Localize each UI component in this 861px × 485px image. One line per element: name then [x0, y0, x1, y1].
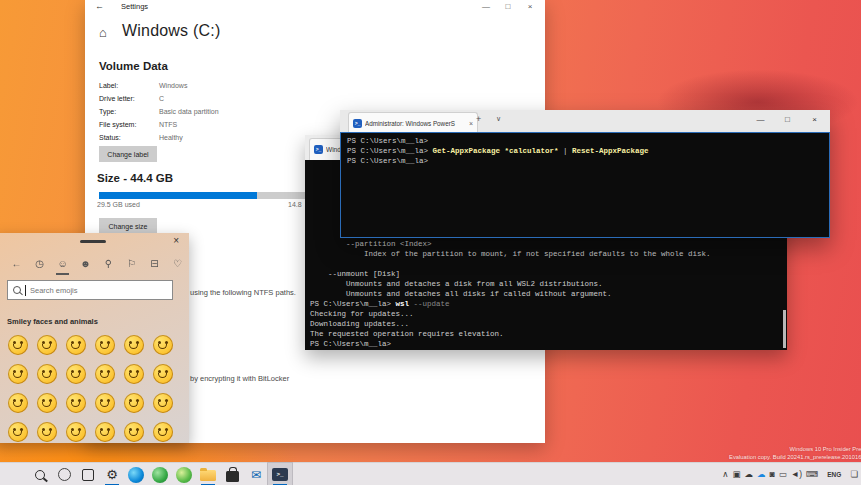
edge-taskbar-icon[interactable]: [124, 463, 148, 485]
settings-taskbar-icon[interactable]: ⚙: [100, 463, 124, 485]
emoji-face-icon: [8, 422, 28, 442]
new-tab-icon[interactable]: +: [476, 114, 481, 124]
maximize-icon[interactable]: □: [497, 0, 519, 14]
rofl-emoji[interactable]: [90, 330, 119, 359]
kissing-closed-eyes-emoji[interactable]: [148, 388, 177, 417]
raised-eyebrow-emoji[interactable]: [148, 417, 177, 443]
transport-tab-icon[interactable]: ⊟: [144, 255, 165, 272]
volume-row-value: NTFS: [159, 121, 177, 134]
security-icon[interactable]: ◙: [770, 463, 775, 485]
tears-of-joy-emoji[interactable]: [61, 330, 90, 359]
settings-titlebar[interactable]: ← Settings — □ ×: [85, 0, 545, 16]
taskbar-app-icon: ⚙: [106, 467, 118, 482]
kissing-smiling-eyes-emoji[interactable]: [119, 388, 148, 417]
recent-tab-icon[interactable]: ◷: [29, 255, 50, 272]
used-space-label: 29.5 GB used: [97, 201, 140, 208]
slightly-smiling-emoji[interactable]: [32, 417, 61, 443]
meet-now-icon[interactable]: ▣: [733, 463, 741, 485]
heart-eyes-emoji[interactable]: [3, 388, 32, 417]
kissing-face-emoji[interactable]: [90, 388, 119, 417]
foreground-terminal-tab[interactable]: >_ Administrator: Windows PowerS ×: [348, 112, 478, 133]
minimize-icon[interactable]: —: [747, 110, 774, 130]
people-tab-icon[interactable]: ⚲: [98, 255, 119, 272]
mail-taskbar-icon[interactable]: ✉: [244, 463, 268, 485]
smileys-tab-icon[interactable]: ☺: [52, 255, 73, 272]
sunglasses-emoji[interactable]: [148, 359, 177, 388]
language-indicator[interactable]: ENG: [827, 463, 841, 485]
blowing-kiss-emoji[interactable]: [32, 388, 61, 417]
taskbar-app-icon: [200, 470, 216, 481]
hugging-face-emoji[interactable]: [61, 417, 90, 443]
edge-beta-taskbar-icon[interactable]: [148, 463, 172, 485]
emoji-grid: [3, 330, 177, 443]
watermark-line2: Evaluation copy. Build 20241.rs_prerelea…: [729, 453, 861, 461]
tab-close-icon[interactable]: ×: [469, 120, 473, 127]
change-size-button[interactable]: Change size: [99, 218, 157, 234]
close-icon[interactable]: ×: [801, 110, 828, 130]
store-taskbar-icon[interactable]: [220, 463, 244, 485]
ntfs-paths-text-fragment: using the following NTFS paths.: [190, 288, 296, 297]
foreground-terminal-titlebar[interactable]: >_ Administrator: Windows PowerS × + ∨ —…: [340, 110, 830, 133]
symbols-tab-icon[interactable]: ♡: [167, 255, 188, 272]
smiling-face-emoji[interactable]: [3, 417, 32, 443]
grinning-big-eyes-emoji[interactable]: [119, 330, 148, 359]
terminal-line: Unmounts and detaches all disks if calle…: [310, 289, 787, 299]
emoji-face-icon: [66, 422, 86, 442]
edge-dev-taskbar-icon[interactable]: [172, 463, 196, 485]
beaming-face-emoji[interactable]: [32, 330, 61, 359]
touch-keyboard-icon[interactable]: ⌨: [806, 463, 818, 485]
close-icon[interactable]: ×: [173, 235, 179, 246]
emoji-back-tab[interactable]: ←: [6, 255, 27, 272]
emoji-search-input[interactable]: Search emojis: [7, 280, 173, 300]
close-icon[interactable]: ×: [519, 0, 541, 14]
grinning-squinting-emoji[interactable]: [32, 359, 61, 388]
smiling-eyes-emoji[interactable]: [90, 359, 119, 388]
terminal-taskbar-icon[interactable]: >_: [268, 463, 292, 485]
thinking-face-emoji[interactable]: [119, 417, 148, 443]
volume-data-row: Drive letter: C: [99, 95, 219, 108]
onedrive-blue-icon[interactable]: ☁: [757, 463, 766, 485]
volume-icon[interactable]: ◄): [791, 463, 802, 485]
onedrive-icon[interactable]: ☁: [745, 463, 754, 485]
foreground-terminal-content[interactable]: PS C:\Users\m__la>PS C:\Users\m__la> Get…: [340, 132, 830, 238]
kaomoji-tab-icon[interactable]: ☻: [75, 255, 96, 272]
taskbar-app-icon: [58, 468, 71, 481]
emoji-face-icon: [66, 393, 86, 413]
savoring-food-emoji[interactable]: [119, 359, 148, 388]
volume-row-label: File system:: [99, 121, 159, 134]
taskbar-app-icon: [128, 467, 144, 483]
taskbar-app-icon: [10, 469, 22, 481]
grinning-smiling-eyes-emoji[interactable]: [148, 330, 177, 359]
winking-face-emoji[interactable]: [61, 359, 90, 388]
minimize-icon[interactable]: —: [475, 0, 497, 14]
star-struck-emoji[interactable]: [90, 417, 119, 443]
volume-data-row: Type: Basic data partition: [99, 108, 219, 121]
start-button[interactable]: [4, 463, 28, 485]
chevron-down-icon[interactable]: ∨: [496, 115, 501, 123]
flags-tab-icon[interactable]: ⚐: [121, 255, 142, 272]
emoji-category-tabs: ← ◷ ☺ ☻ ⚲ ⚐ ⊟ ♡: [6, 255, 188, 272]
foreground-terminal-tab-title: Administrator: Windows PowerS: [365, 120, 466, 127]
task-view-button[interactable]: [76, 463, 100, 485]
cortana-button[interactable]: [52, 463, 76, 485]
volume-row-value: Healthy: [159, 134, 183, 147]
volume-row-value: Windows: [159, 82, 187, 95]
size-heading: Size - 44.4 GB: [97, 172, 173, 184]
page-title: Windows (C:): [122, 22, 220, 40]
file-explorer-taskbar-icon[interactable]: [196, 463, 220, 485]
emoji-face-icon: [8, 393, 28, 413]
hidden-icons-chevron[interactable]: ∧: [722, 463, 728, 485]
smiling-hearts-emoji[interactable]: [61, 388, 90, 417]
display-icon[interactable]: ▭: [779, 463, 787, 485]
search-button[interactable]: [28, 463, 52, 485]
drag-handle[interactable]: [80, 240, 106, 243]
emoji-section-title: Smiley faces and animals: [7, 317, 98, 326]
grinning-face-emoji[interactable]: [3, 330, 32, 359]
change-label-button[interactable]: Change label: [99, 146, 157, 162]
maximize-icon[interactable]: □: [774, 110, 801, 130]
action-center-icon[interactable]: ❏: [850, 463, 858, 485]
grinning-sweat-emoji[interactable]: [3, 359, 32, 388]
terminal-scrollbar[interactable]: [783, 310, 786, 348]
volume-data-row: File system: NTFS: [99, 121, 219, 134]
back-icon[interactable]: ←: [95, 1, 104, 11]
